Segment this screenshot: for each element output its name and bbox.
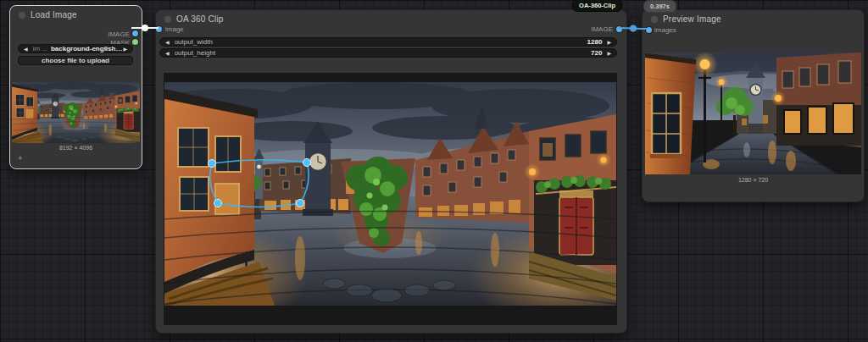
load-image-titlebar[interactable]: Load Image [10, 6, 142, 24]
node-oa-360-clip[interactable]: OA-360-Clip OA 360 Clip image IMAGE ◀ ou… [155, 9, 627, 334]
collapse-dot-icon[interactable] [651, 16, 658, 23]
combo-value: background-english-street.jpg [51, 45, 123, 52]
input-label-images: images [654, 26, 676, 34]
output-label-image: IMAGE [108, 30, 130, 38]
image-resolution-caption: 8192 × 4096 [10, 145, 142, 151]
input-label-image: image [165, 25, 184, 33]
output-slot-image[interactable] [616, 26, 622, 32]
sparkle-icon[interactable]: ✦ [17, 155, 24, 163]
increment-icon[interactable]: ▶ [607, 40, 611, 45]
decrement-icon[interactable]: ◀ [165, 40, 170, 45]
input-slot-image[interactable] [156, 26, 162, 32]
output-slot-image[interactable] [132, 30, 138, 36]
output-width-value: 1280 [587, 38, 603, 46]
decrement-icon[interactable]: ◀ [165, 51, 170, 56]
image-resolution-caption: 1280 × 720 [643, 177, 864, 183]
input-slot-images[interactable] [646, 27, 652, 33]
output-height-value: 720 [591, 49, 602, 57]
crop-handle-bottom-right[interactable] [297, 200, 304, 207]
crop-handle-top-left[interactable] [209, 160, 216, 168]
node-title: Load Image [31, 10, 77, 19]
crop-region-outline [210, 160, 309, 207]
load-image-preview [12, 82, 140, 143]
collapse-dot-icon[interactable] [164, 16, 171, 23]
collapse-dot-icon[interactable] [19, 12, 25, 19]
combo-name: im ... [33, 45, 47, 52]
execution-time-badge: 0.397s [643, 0, 676, 13]
preview-titlebar[interactable]: Preview Image [643, 10, 864, 28]
crop-handle-bottom-left[interactable] [214, 200, 222, 207]
clip-editor-area [164, 73, 617, 325]
link-midpoint-dot[interactable] [630, 25, 637, 32]
output-height-widget[interactable]: ◀ output_height 720 ▶ [159, 48, 617, 58]
output-slot-mask[interactable] [132, 39, 138, 45]
combo-next-icon[interactable]: ▶ [123, 47, 127, 52]
oa-clip-titlebar[interactable]: OA 360 Clip [156, 10, 626, 28]
preview-image-container [645, 52, 861, 174]
node-title: OA 360 Clip [176, 14, 224, 24]
output-label-image: IMAGE [591, 25, 613, 33]
node-preview-image[interactable]: 0.397s Preview Image images 1280 × 720 [642, 9, 865, 202]
increment-icon[interactable]: ▶ [607, 51, 611, 56]
output-width-widget[interactable]: ◀ output_width 1280 ▶ [159, 37, 617, 47]
crop-region-overlay[interactable] [164, 82, 616, 306]
node-graph-canvas[interactable]: Load Image IMAGE MASK ◀ im ... backgroun… [0, 0, 868, 342]
crop-handle-top-right[interactable] [303, 159, 311, 167]
choose-file-button[interactable]: choose file to upload [18, 56, 133, 65]
node-load-image[interactable]: Load Image IMAGE MASK ◀ im ... backgroun… [9, 5, 142, 169]
preview-image [645, 52, 861, 174]
panorama-thumbnail [12, 82, 140, 143]
link-midpoint-dot[interactable] [142, 25, 148, 31]
node-title: Preview Image [663, 14, 721, 24]
node-type-badge: OA-360-Clip [572, 0, 622, 12]
combo-prev-icon[interactable]: ◀ [24, 47, 28, 52]
image-combo-widget[interactable]: ◀ im ... background-english-street.jpg ▶ [18, 44, 133, 53]
